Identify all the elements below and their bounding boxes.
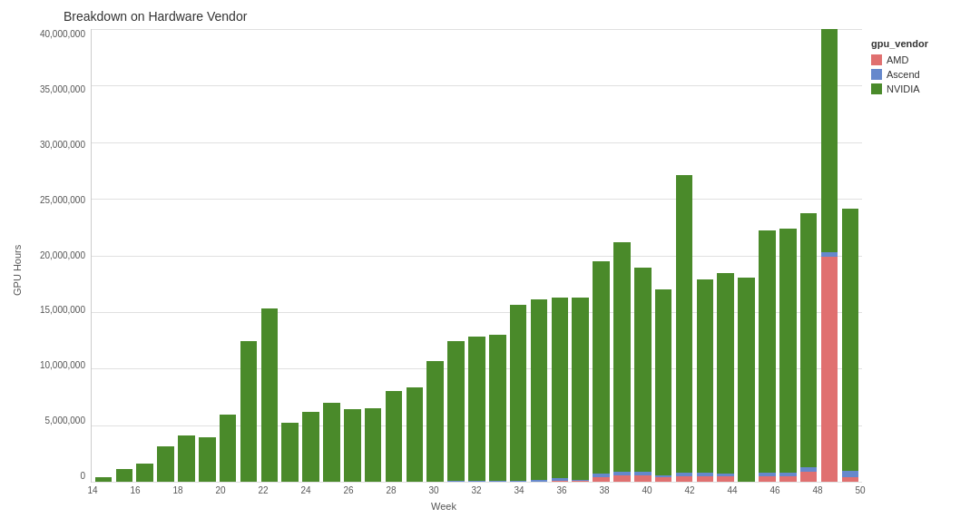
bar-segment-amd (697, 476, 714, 482)
bar-group (197, 29, 217, 482)
bar-group (529, 29, 549, 482)
bar-group (466, 29, 486, 482)
bar-segment-amd (613, 475, 631, 482)
bar-group (280, 29, 300, 482)
legend-swatch (871, 69, 882, 80)
bar-segment-nvidia (178, 435, 195, 482)
y-tick: 5,000,000 (45, 416, 86, 425)
legend-swatch (871, 54, 882, 65)
legend-label: AMD (887, 54, 908, 65)
x-tick: 34 (514, 485, 524, 495)
x-tick: 20 (215, 485, 225, 495)
bar-segment-nvidia (240, 341, 258, 482)
legend-label: NVIDIA (887, 83, 920, 94)
bar-segment-nvidia (220, 415, 237, 482)
bar-group (819, 29, 839, 482)
x-tick: 18 (172, 485, 182, 495)
y-axis-and-plot: 05,000,00010,000,00015,000,00020,000,000… (25, 29, 862, 483)
bar-group (446, 29, 466, 482)
legend-item: Ascend (871, 69, 966, 80)
bar-segment-nvidia (800, 213, 818, 466)
bar-segment-nvidia (407, 387, 424, 482)
x-tick: 16 (130, 485, 140, 495)
bar-group (550, 29, 570, 482)
bar-segment-nvidia (468, 337, 485, 480)
bar-segment-ascend (489, 481, 506, 482)
bar-segment-nvidia (510, 305, 527, 480)
bar-segment-nvidia (655, 289, 672, 475)
bar-segment-nvidia (676, 175, 693, 473)
legend-label: Ascend (887, 69, 920, 80)
bar-group (653, 29, 673, 482)
bar-group (260, 29, 279, 482)
bar-group (135, 29, 155, 482)
bar-segment-amd (821, 257, 838, 482)
chart-container: Breakdown on Hardware Vendor GPU Hours 0… (0, 0, 980, 528)
x-tick: 28 (386, 485, 396, 495)
x-tick: 42 (684, 485, 694, 495)
bar-segment-nvidia (116, 469, 133, 482)
y-tick: 20,000,000 (40, 250, 85, 260)
plot-area: 05,000,00010,000,00015,000,00020,000,000… (25, 29, 862, 512)
bar-segment-nvidia (489, 335, 506, 481)
bar-segment-amd (800, 472, 818, 482)
bar-segment-nvidia (697, 279, 714, 473)
x-tick: 40 (642, 485, 652, 495)
bar-segment-nvidia (157, 446, 174, 482)
bar-segment-amd (572, 481, 589, 482)
bar-group (778, 29, 798, 482)
bar-segment-nvidia (199, 437, 216, 482)
bar-group (93, 29, 113, 482)
y-tick: 35,000,000 (40, 84, 85, 94)
bar-segment-nvidia (552, 298, 569, 479)
bar-segment-amd (842, 477, 859, 482)
chart-area: GPU Hours 05,000,00010,000,00015,000,000… (9, 29, 971, 512)
bar-segment-nvidia (426, 361, 444, 482)
bar-segment-nvidia (717, 273, 734, 474)
bar-group (508, 29, 528, 482)
x-axis-label: Week (25, 499, 862, 512)
bar-segment-nvidia (613, 242, 631, 472)
bar-group (737, 29, 757, 482)
bar-group (405, 29, 425, 482)
bar-group (592, 29, 612, 482)
bar-group (716, 29, 736, 482)
bar-group (487, 29, 507, 482)
x-tick: 14 (87, 485, 97, 495)
bar-segment-nvidia (759, 230, 776, 473)
bar-segment-nvidia (281, 423, 299, 482)
legend-item: AMD (871, 54, 966, 65)
bar-group (695, 29, 715, 482)
bar-segment-amd (634, 475, 652, 482)
bar-group (426, 29, 446, 482)
bar-segment-nvidia (386, 391, 403, 482)
bar-group (363, 29, 383, 482)
bar-segment-amd (593, 477, 610, 482)
y-tick: 25,000,000 (40, 195, 85, 205)
bar-segment-amd (717, 476, 734, 482)
bar-segment-nvidia (344, 409, 361, 482)
bar-segment-nvidia (95, 477, 113, 482)
x-tick: 44 (727, 485, 737, 495)
bar-segment-ascend (447, 481, 465, 482)
chart-title: Breakdown on Hardware Vendor (64, 9, 971, 24)
bar-group (218, 29, 238, 482)
bar-segment-ascend (468, 481, 485, 482)
legend-title: gpu_vendor (871, 38, 966, 49)
bar-group (239, 29, 259, 482)
bar-group (758, 29, 778, 482)
legend-item: NVIDIA (871, 83, 966, 94)
bars-row (92, 29, 862, 482)
bar-group (674, 29, 694, 482)
x-tick: 50 (855, 485, 865, 495)
bar-segment-nvidia (738, 278, 755, 482)
x-tick: 24 (300, 485, 310, 495)
bar-group (321, 29, 341, 482)
bar-group (301, 29, 321, 482)
y-tick: 15,000,000 (40, 305, 85, 315)
chart-inner: 05,000,00010,000,00015,000,00020,000,000… (25, 29, 971, 512)
y-tick: 30,000,000 (40, 140, 85, 150)
bar-segment-ascend (510, 481, 527, 482)
x-tick: 32 (471, 485, 481, 495)
x-tick: 30 (428, 485, 438, 495)
